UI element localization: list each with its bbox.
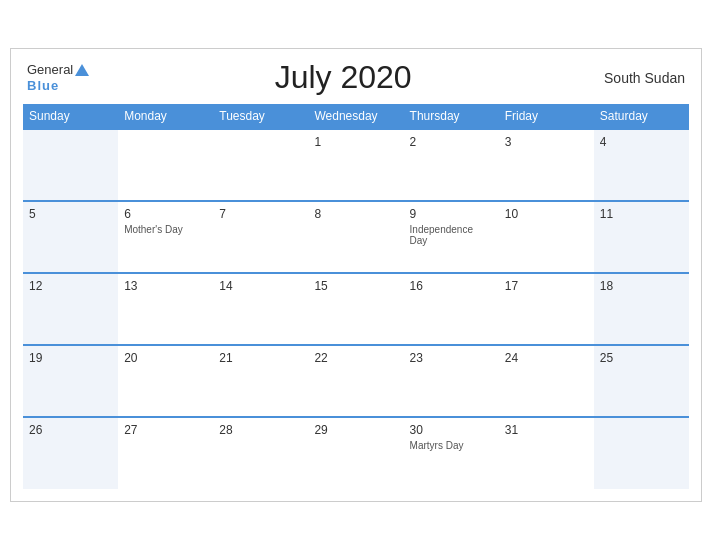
weekday-header-friday: Friday <box>499 104 594 129</box>
calendar-cell <box>23 129 118 201</box>
calendar-cell: 21 <box>213 345 308 417</box>
calendar-cell: 5 <box>23 201 118 273</box>
calendar-container: General Blue July 2020 South Sudan Sunda… <box>10 48 702 502</box>
calendar-cell <box>213 129 308 201</box>
week-row-2: 12131415161718 <box>23 273 689 345</box>
calendar-cell: 13 <box>118 273 213 345</box>
calendar-cell: 10 <box>499 201 594 273</box>
day-number: 9 <box>410 207 493 221</box>
calendar-cell: 11 <box>594 201 689 273</box>
day-number: 26 <box>29 423 112 437</box>
calendar-cell: 7 <box>213 201 308 273</box>
week-row-3: 19202122232425 <box>23 345 689 417</box>
event-name: Martyrs Day <box>410 440 493 451</box>
day-number: 30 <box>410 423 493 437</box>
logo-triangle-icon <box>75 64 89 76</box>
calendar-cell <box>594 417 689 489</box>
weekday-header-row: SundayMondayTuesdayWednesdayThursdayFrid… <box>23 104 689 129</box>
day-number: 1 <box>314 135 397 149</box>
week-row-0: 1234 <box>23 129 689 201</box>
day-number: 25 <box>600 351 683 365</box>
day-number: 8 <box>314 207 397 221</box>
day-number: 7 <box>219 207 302 221</box>
calendar-cell: 8 <box>308 201 403 273</box>
logo: General Blue <box>27 62 91 93</box>
calendar-cell: 12 <box>23 273 118 345</box>
weekday-header-sunday: Sunday <box>23 104 118 129</box>
calendar-cell: 4 <box>594 129 689 201</box>
calendar-cell <box>118 129 213 201</box>
calendar-cell: 24 <box>499 345 594 417</box>
calendar-cell: 1 <box>308 129 403 201</box>
day-number: 12 <box>29 279 112 293</box>
day-number: 13 <box>124 279 207 293</box>
day-number: 5 <box>29 207 112 221</box>
day-number: 2 <box>410 135 493 149</box>
calendar-cell: 9Independence Day <box>404 201 499 273</box>
calendar-table: SundayMondayTuesdayWednesdayThursdayFrid… <box>23 104 689 489</box>
week-row-4: 2627282930Martyrs Day31 <box>23 417 689 489</box>
day-number: 10 <box>505 207 588 221</box>
day-number: 28 <box>219 423 302 437</box>
calendar-cell: 16 <box>404 273 499 345</box>
calendar-cell: 22 <box>308 345 403 417</box>
weekday-header-saturday: Saturday <box>594 104 689 129</box>
day-number: 27 <box>124 423 207 437</box>
calendar-cell: 6Mother's Day <box>118 201 213 273</box>
calendar-cell: 3 <box>499 129 594 201</box>
day-number: 17 <box>505 279 588 293</box>
day-number: 6 <box>124 207 207 221</box>
calendar-cell: 31 <box>499 417 594 489</box>
day-number: 24 <box>505 351 588 365</box>
day-number: 22 <box>314 351 397 365</box>
event-name: Mother's Day <box>124 224 207 235</box>
weekday-header-monday: Monday <box>118 104 213 129</box>
calendar-cell: 18 <box>594 273 689 345</box>
day-number: 11 <box>600 207 683 221</box>
calendar-cell: 26 <box>23 417 118 489</box>
day-number: 4 <box>600 135 683 149</box>
day-number: 21 <box>219 351 302 365</box>
calendar-cell: 2 <box>404 129 499 201</box>
day-number: 18 <box>600 279 683 293</box>
day-number: 14 <box>219 279 302 293</box>
calendar-cell: 23 <box>404 345 499 417</box>
logo-general-text: General <box>27 62 73 78</box>
calendar-cell: 14 <box>213 273 308 345</box>
weekday-header-tuesday: Tuesday <box>213 104 308 129</box>
day-number: 29 <box>314 423 397 437</box>
weekday-header-thursday: Thursday <box>404 104 499 129</box>
day-number: 31 <box>505 423 588 437</box>
calendar-country: South Sudan <box>595 70 685 86</box>
calendar-cell: 28 <box>213 417 308 489</box>
calendar-cell: 25 <box>594 345 689 417</box>
week-row-1: 56Mother's Day789Independence Day1011 <box>23 201 689 273</box>
day-number: 16 <box>410 279 493 293</box>
calendar-cell: 15 <box>308 273 403 345</box>
calendar-header: General Blue July 2020 South Sudan <box>23 59 689 96</box>
calendar-cell: 30Martyrs Day <box>404 417 499 489</box>
calendar-cell: 29 <box>308 417 403 489</box>
calendar-cell: 19 <box>23 345 118 417</box>
day-number: 15 <box>314 279 397 293</box>
calendar-cell: 20 <box>118 345 213 417</box>
logo-blue-text: Blue <box>27 78 59 94</box>
calendar-title: July 2020 <box>91 59 595 96</box>
day-number: 19 <box>29 351 112 365</box>
event-name: Independence Day <box>410 224 493 246</box>
weekday-header-wednesday: Wednesday <box>308 104 403 129</box>
calendar-cell: 27 <box>118 417 213 489</box>
day-number: 20 <box>124 351 207 365</box>
day-number: 3 <box>505 135 588 149</box>
calendar-cell: 17 <box>499 273 594 345</box>
day-number: 23 <box>410 351 493 365</box>
